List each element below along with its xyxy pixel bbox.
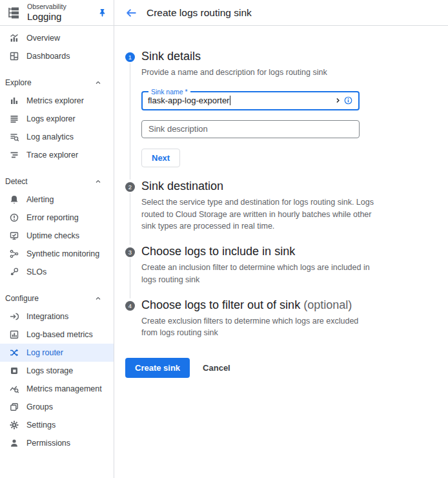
sidebar-item-permissions[interactable]: Permissions [0,434,114,452]
sidebar: Observability Logging Overview Dashboa [0,0,114,478]
create-sink-button[interactable]: Create sink [125,358,190,378]
error-circle-icon [9,213,19,223]
sidebar-item-label: Uptime checks [26,231,79,240]
uptime-monitor-icon [9,231,19,241]
step-sink-details: 1 Sink details Provide a name and descri… [125,50,448,180]
step-include-logs: 3 Choose logs to include in sink Create … [125,245,448,298]
info-icon[interactable] [343,96,353,105]
integrations-arrow-icon [9,311,19,322]
stepper: 1 Sink details Provide a name and descri… [114,26,448,378]
sidebar-item-error-reporting[interactable]: Error reporting [0,209,114,227]
page-header: Create logs routing sink [114,0,448,26]
step-number-badge: 4 [125,301,135,311]
metrics-box-icon [9,329,19,340]
sidebar-item-integrations[interactable]: Integrations [0,307,114,326]
step-description: Create an inclusion filter to determine … [141,262,382,286]
step-title: Choose logs to filter out of sink (optio… [141,298,352,312]
metrics-search-icon [9,384,19,394]
sidebar-item-metrics-management[interactable]: Metrics management [0,380,114,398]
gear-icon [9,420,19,430]
sidebar-item-groups[interactable]: Groups [0,398,114,416]
dashboards-icon [9,51,19,61]
pin-icon [97,8,107,17]
step-title: Sink destination [141,180,223,193]
sidebar-section-configure[interactable]: Configure [0,289,114,307]
step-number-badge: 1 [125,52,135,62]
sidebar-item-log-based-metrics[interactable]: Log-based metrics [0,326,114,344]
sidebar-item-settings[interactable]: Settings [0,416,114,434]
product-title: Logging [27,12,94,23]
sidebar-item-label: Dashboards [26,52,70,61]
section-label: Explore [5,78,32,87]
sidebar-item-label: Logs storage [26,366,73,375]
main-panel: Create logs routing sink 1 Sink details … [114,0,448,478]
sidebar-item-label: Integrations [26,312,68,321]
sink-name-input[interactable]: Sink name * flask-app-log-exporter [141,91,360,110]
chevron-right-icon[interactable] [334,96,342,105]
sidebar-item-uptime-checks[interactable]: Uptime checks [0,227,114,245]
back-button[interactable] [123,5,139,21]
groups-squares-icon [9,402,19,412]
slo-percent-icon [9,267,19,277]
sidebar-item-overview[interactable]: Overview [0,29,114,47]
sidebar-item-logs-explorer[interactable]: Logs explorer [0,110,114,128]
back-arrow-icon [125,7,137,19]
sidebar-item-label: Alerting [26,195,54,204]
sidebar-item-label: SLOs [26,267,46,276]
product-subtitle: Observability [27,3,94,11]
sidebar-item-label: Log-based metrics [26,330,93,339]
sidebar-item-alerting[interactable]: Alerting [0,191,114,209]
sidebar-item-metrics-explorer[interactable]: Metrics explorer [0,92,114,110]
step-title: Sink details [141,50,201,63]
chevron-up-icon [94,79,102,87]
sidebar-item-dashboards[interactable]: Dashboards [0,47,114,65]
text-cursor [230,96,230,105]
sidebar-item-label: Log analytics [26,132,74,141]
sink-name-value: flask-app-log-exporter [148,96,229,105]
sidebar-item-log-analytics[interactable]: Log analytics [0,128,114,146]
sidebar-nav: Overview Dashboards Explore Metrics expl… [0,26,114,452]
sidebar-item-synthetic-monitoring[interactable]: Synthetic monitoring [0,245,114,263]
sidebar-item-label: Permissions [26,439,70,448]
sidebar-item-label: Groups [26,402,53,411]
step-number-badge: 2 [125,182,135,192]
cancel-button[interactable]: Cancel [201,358,232,378]
sidebar-item-label: Overview [26,34,60,43]
bell-icon [9,194,19,205]
sidebar-item-label: Synthetic monitoring [26,249,99,258]
step-title: Choose logs to include in sink [141,245,295,258]
step-exclude-logs: 4 Choose logs to filter out of sink (opt… [125,298,448,352]
section-label: Detect [5,177,28,186]
pin-button[interactable] [94,5,110,21]
sidebar-section-explore[interactable]: Explore [0,74,114,92]
step-description: Provide a name and description for logs … [141,67,382,79]
log-search-icon [9,132,19,142]
product-name: Observability Logging [27,3,94,22]
bar-chart-icon [9,96,19,106]
overview-chart-icon [9,33,19,43]
sidebar-item-label: Error reporting [26,213,79,222]
logging-logo-icon [6,6,21,20]
sidebar-section-detect[interactable]: Detect [0,172,114,191]
sidebar-item-slos[interactable]: SLOs [0,263,114,281]
sink-description-field [141,120,360,138]
form-actions: Create sink Cancel [125,358,448,378]
person-icon [9,438,19,448]
step-sink-destination: 2 Sink destination Select the service ty… [125,180,448,245]
page-title: Create logs routing sink [147,7,252,19]
sidebar-item-trace-explorer[interactable]: Trace explorer [0,146,114,164]
network-nodes-icon [9,249,19,259]
optional-label: (optional) [303,298,352,311]
log-lines-icon [9,114,19,124]
sidebar-item-label: Metrics explorer [26,96,84,105]
next-button[interactable]: Next [141,149,180,167]
sidebar-item-logs-storage[interactable]: Logs storage [0,362,114,380]
sidebar-item-label: Metrics management [26,384,102,393]
chevron-up-icon [94,178,102,185]
step-description: Select the service type and destination … [141,196,382,233]
sink-description-input[interactable] [143,124,358,134]
sidebar-item-log-router[interactable]: Log router [0,344,114,362]
sink-name-label: Sink name * [148,88,190,96]
storage-box-icon [9,366,19,376]
sidebar-header: Observability Logging [0,0,114,26]
